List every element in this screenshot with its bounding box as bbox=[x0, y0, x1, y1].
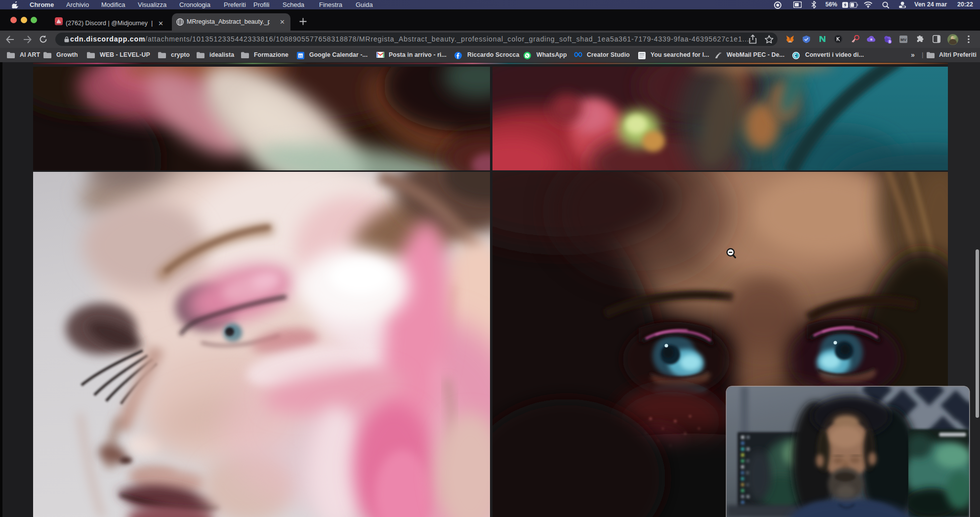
svg-text:MV: MV bbox=[900, 38, 907, 42]
svg-text:31: 31 bbox=[299, 54, 303, 58]
svg-text:5: 5 bbox=[889, 40, 891, 43]
